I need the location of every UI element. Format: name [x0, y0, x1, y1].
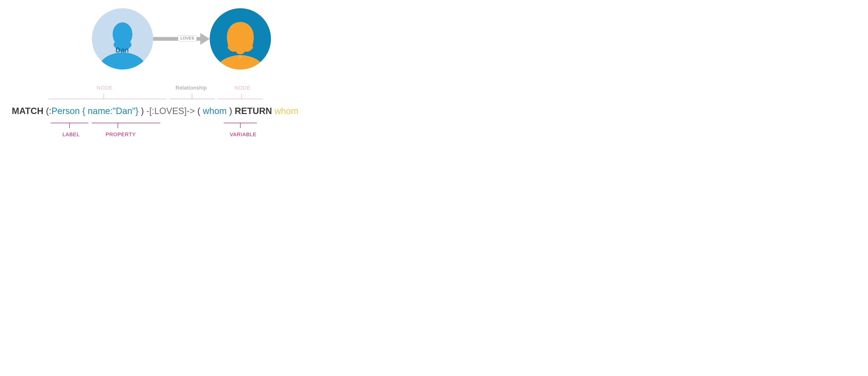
- property-annotation: PROPERTY: [105, 131, 136, 137]
- rel-loves: -[:LOVES]->: [146, 106, 195, 116]
- bracket-label-bottom: [51, 120, 88, 130]
- return-keyword: RETURN: [235, 106, 272, 116]
- paren-open-1: (: [43, 106, 49, 116]
- paren-close-2: ): [227, 106, 235, 116]
- cypher-query: MATCH (:Person { name:"Dan"} ) -[:LOVES]…: [12, 106, 361, 116]
- paren-open-2: (: [195, 106, 203, 116]
- bracket-node-1: [48, 93, 166, 103]
- variable-whom: whom: [203, 106, 227, 116]
- return-whom: whom: [272, 106, 298, 116]
- bracket-property-bottom: [92, 120, 160, 130]
- person-male-icon: [100, 20, 145, 69]
- variable-annotation: VARIABLE: [230, 131, 256, 137]
- colon-1: :: [49, 106, 52, 116]
- paren-close-1: ): [138, 106, 146, 116]
- relationship-annotation: Relationship: [176, 85, 207, 91]
- bracket-node-2: [218, 93, 263, 103]
- node-annotation-1: NODE: [97, 85, 113, 91]
- cypher-diagram: Dan LOVES ? NODE Relationship NODE MATCH…: [5, 5, 357, 152]
- svg-marker-1: [200, 33, 210, 45]
- match-keyword: MATCH: [12, 106, 43, 116]
- person-female-icon: [218, 20, 263, 69]
- avatar-dan: [92, 8, 153, 69]
- whom-label: ?: [238, 54, 241, 62]
- props-name-dan: { name:"Dan"}: [82, 106, 138, 116]
- relationship-arrow: LOVES: [153, 33, 210, 45]
- label-annotation: LABEL: [62, 131, 80, 137]
- dan-label: Dan: [116, 46, 129, 54]
- node-annotation-2: NODE: [235, 85, 250, 91]
- arrow-label: LOVES: [178, 35, 197, 41]
- bracket-variable-bottom: [224, 120, 257, 130]
- bracket-relationship: [169, 93, 214, 103]
- label-person: Person: [51, 106, 82, 116]
